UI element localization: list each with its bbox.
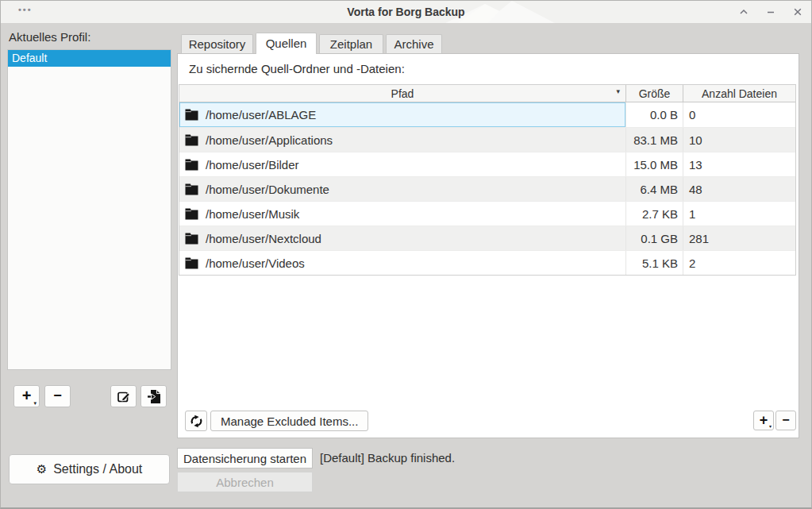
source-path: /home/user/Videos <box>206 256 305 270</box>
source-size-cell[interactable]: 6.4 MB <box>625 177 683 201</box>
window-controls <box>735 1 806 23</box>
column-header-pfad[interactable]: Pfad ▾ <box>179 85 625 102</box>
app-window: ••• Vorta for Borg Backup Aktuelles Prof… <box>0 0 812 509</box>
folder-icon <box>185 109 198 121</box>
source-path-cell[interactable]: /home/user/Nextcloud <box>179 226 625 250</box>
add-profile-button[interactable]: + ▾ <box>13 385 40 407</box>
caret-down-icon: ▾ <box>769 424 772 429</box>
minus-icon <box>765 6 776 17</box>
start-backup-button[interactable]: Datensicherung starten <box>177 448 313 469</box>
table-header: Pfad ▾ Größe Anzahl Dateien <box>179 85 795 102</box>
source-size-cell[interactable]: 5.1 KB <box>625 251 683 275</box>
source-count-cell[interactable]: 13 <box>683 152 795 176</box>
manage-excluded-items-button[interactable]: Manage Excluded Items... <box>210 411 368 431</box>
refresh-icon <box>190 415 203 428</box>
profile-list-item-default[interactable]: Default <box>8 50 171 67</box>
plus-icon: + <box>22 388 32 403</box>
source-path-cell[interactable]: /home/user/Applications <box>179 128 625 152</box>
tab-zeitplan[interactable]: Zeitplan <box>319 34 383 53</box>
table-row[interactable]: /home/user/ABLAGE 0.0 B 0 <box>179 102 795 127</box>
settings-about-label: Settings / About <box>53 462 142 476</box>
source-path: /home/user/Dokumente <box>206 183 329 196</box>
source-path: /home/user/Applications <box>206 133 333 147</box>
source-count-cell[interactable]: 1 <box>683 202 795 226</box>
source-path-cell[interactable]: /home/user/Videos <box>179 251 625 275</box>
source-count-cell[interactable]: 281 <box>683 226 795 250</box>
settings-about-button[interactable]: ⚙ Settings / About <box>9 454 170 484</box>
column-header-groesse[interactable]: Größe <box>625 85 683 102</box>
maximize-button[interactable] <box>735 3 752 21</box>
current-profile-label: Aktuelles Profil: <box>9 30 90 44</box>
profile-list: Default <box>7 49 171 370</box>
tab-quellen[interactable]: Quellen <box>256 33 317 54</box>
source-size-cell[interactable]: 83.1 MB <box>625 128 683 152</box>
source-path-cell[interactable]: /home/user/ABLAGE <box>179 102 625 127</box>
column-header-anzahl-dateien[interactable]: Anzahl Dateien <box>683 85 795 102</box>
source-path: /home/user/Bilder <box>206 158 299 172</box>
table-row[interactable]: /home/user/Musik 2.7 KB 1 <box>179 201 795 226</box>
minimize-button[interactable] <box>762 3 779 21</box>
table-row[interactable]: /home/user/Dokumente 6.4 MB 48 <box>179 176 795 201</box>
source-path: /home/user/Nextcloud <box>206 232 321 245</box>
export-profile-button[interactable] <box>140 385 167 407</box>
folder-icon <box>185 159 198 171</box>
source-count-cell[interactable]: 48 <box>683 177 795 201</box>
minus-icon: − <box>782 414 789 426</box>
remove-profile-button[interactable]: − <box>44 385 71 407</box>
source-path-cell[interactable]: /home/user/Bilder <box>179 152 625 176</box>
cancel-button-disabled[interactable]: Abbrechen <box>177 472 313 492</box>
close-button[interactable] <box>789 3 806 21</box>
remove-source-button[interactable]: − <box>775 411 796 430</box>
source-path-cell[interactable]: /home/user/Dokumente <box>179 177 625 201</box>
source-count-cell[interactable]: 2 <box>683 251 795 275</box>
minus-icon: − <box>53 388 62 403</box>
source-size-cell[interactable]: 0.0 B <box>625 102 683 127</box>
tab-archive[interactable]: Archive <box>386 34 442 53</box>
tab-repository[interactable]: Repository <box>181 34 253 53</box>
chevron-up-icon <box>738 6 749 17</box>
export-document-icon <box>147 389 161 404</box>
caret-down-icon: ▾ <box>33 400 37 406</box>
folder-icon <box>185 233 198 245</box>
source-size-cell[interactable]: 2.7 KB <box>625 202 683 226</box>
refresh-sources-button[interactable] <box>185 411 207 431</box>
titlebar: ••• Vorta for Borg Backup <box>1 1 811 23</box>
sort-desc-icon: ▾ <box>616 87 620 95</box>
source-count-cell[interactable]: 0 <box>683 102 795 127</box>
sources-panel: Zu sichernde Quell-Ordner und -Dateien: … <box>177 53 799 438</box>
folder-icon <box>185 257 198 269</box>
table-row[interactable]: /home/user/Applications 83.1 MB 10 <box>179 127 795 152</box>
status-message: [Default] Backup finished. <box>320 448 455 469</box>
edit-pencil-icon <box>117 389 131 403</box>
table-row[interactable]: /home/user/Bilder 15.0 MB 13 <box>179 152 795 176</box>
close-icon <box>792 6 803 17</box>
source-path-cell[interactable]: /home/user/Musik <box>179 202 625 226</box>
source-size-cell[interactable]: 0.1 GB <box>625 226 683 250</box>
table-row[interactable]: /home/user/Videos 5.1 KB 2 <box>179 250 795 275</box>
source-size-cell[interactable]: 15.0 MB <box>625 152 683 176</box>
column-header-pfad-label: Pfad <box>391 87 414 100</box>
folder-icon <box>185 183 198 195</box>
folder-icon <box>185 134 198 146</box>
sources-heading: Zu sichernde Quell-Ordner und -Dateien: <box>189 62 405 75</box>
window-title: Vorta for Borg Backup <box>1 1 811 23</box>
plus-icon: + <box>760 413 768 427</box>
source-count-cell[interactable]: 10 <box>683 128 795 152</box>
edit-profile-button[interactable] <box>110 385 137 407</box>
source-path: /home/user/Musik <box>206 207 299 221</box>
gear-icon: ⚙ <box>37 462 47 476</box>
add-source-button[interactable]: + ▾ <box>753 411 774 430</box>
folder-icon <box>185 208 198 220</box>
source-path: /home/user/ABLAGE <box>206 108 316 121</box>
sources-table: Pfad ▾ Größe Anzahl Dateien /home/user/A… <box>179 84 796 276</box>
table-row[interactable]: /home/user/Nextcloud 0.1 GB 281 <box>179 226 795 250</box>
